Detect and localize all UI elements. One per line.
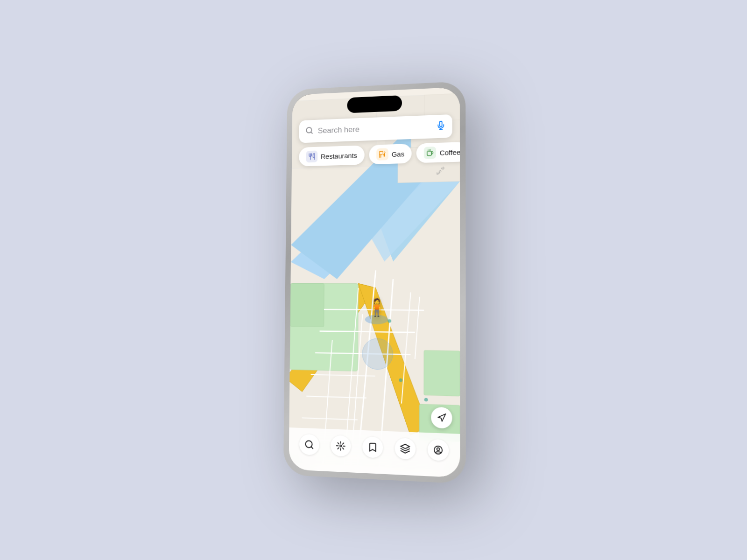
toolbar-directions-button[interactable] <box>331 435 351 456</box>
toolbar-bookmarks-button[interactable] <box>362 436 383 458</box>
navigation-icon <box>437 413 447 423</box>
svg-marker-43 <box>438 413 445 421</box>
toolbar-layers-icon <box>400 443 410 455</box>
toolbar-layers-button[interactable] <box>395 438 416 460</box>
coffee-label: Coffee <box>440 148 460 156</box>
svg-rect-12 <box>290 283 324 327</box>
restaurants-icon <box>306 150 317 162</box>
toolbar-search-icon <box>304 439 314 450</box>
toolbar-profile-icon <box>433 444 444 455</box>
phone-screen: don St 🧍 <box>289 87 460 477</box>
svg-point-45 <box>340 445 342 447</box>
dynamic-island <box>347 95 402 113</box>
chip-coffee[interactable]: Coffee <box>416 142 460 163</box>
svg-point-48 <box>437 448 440 450</box>
phone-frame: don St 🧍 <box>283 81 466 484</box>
gas-icon <box>376 148 388 160</box>
toolbar-profile-button[interactable] <box>428 439 449 462</box>
svg-rect-13 <box>424 350 460 396</box>
restaurants-label: Restaurants <box>321 151 357 160</box>
navigation-button[interactable] <box>431 407 452 429</box>
chip-gas[interactable]: Gas <box>369 144 412 164</box>
gas-label: Gas <box>392 150 404 158</box>
mic-icon[interactable] <box>436 120 445 133</box>
svg-point-36 <box>362 338 393 370</box>
toolbar-bookmarks-icon <box>367 442 378 453</box>
person-icon: 🧍 <box>366 297 388 317</box>
chip-restaurants[interactable]: Restaurants <box>299 145 365 166</box>
phone-bezel: don St 🧍 <box>283 81 466 484</box>
search-icon <box>305 126 313 137</box>
search-placeholder: Search here <box>318 122 437 135</box>
svg-marker-46 <box>401 444 410 449</box>
toolbar-search-button[interactable] <box>299 434 319 455</box>
bottom-toolbar <box>289 427 460 478</box>
toolbar-directions-icon <box>336 441 346 451</box>
person-marker: 🧍 <box>365 297 388 324</box>
coffee-icon <box>424 147 436 159</box>
